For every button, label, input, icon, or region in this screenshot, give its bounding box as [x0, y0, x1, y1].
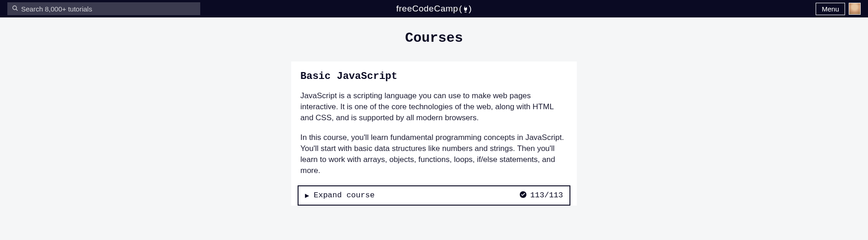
expand-right: 113/113 — [519, 191, 563, 200]
nav-right: Menu — [816, 3, 861, 15]
search-input[interactable] — [21, 5, 196, 13]
search-container[interactable] — [7, 2, 200, 15]
avatar-image — [849, 3, 860, 14]
svg-point-0 — [13, 6, 17, 9]
avatar[interactable] — [849, 3, 861, 15]
course-description-1: JavaScript is a scripting language you c… — [300, 90, 568, 123]
check-circle-icon — [519, 191, 527, 200]
expand-course-button[interactable]: ▶ Expand course 113/113 — [298, 185, 570, 206]
search-icon — [12, 5, 18, 13]
svg-line-1 — [16, 9, 18, 11]
navbar: freeCodeCamp () Menu — [0, 0, 868, 17]
menu-button[interactable]: Menu — [816, 3, 845, 15]
page-title: Courses — [405, 30, 463, 46]
expand-label: Expand course — [314, 191, 375, 200]
course-description-2: In this course, you'll learn fundamental… — [300, 132, 568, 176]
progress-count: 113/113 — [530, 191, 563, 200]
main-content: Courses Basic JavaScript JavaScript is a… — [0, 17, 868, 206]
course-title: Basic JavaScript — [300, 71, 568, 82]
caret-right-icon: ▶ — [305, 192, 309, 199]
course-card: Basic JavaScript JavaScript is a scripti… — [291, 61, 577, 206]
expand-left: ▶ Expand course — [305, 191, 375, 200]
logo-text: freeCodeCamp — [396, 4, 458, 14]
logo[interactable]: freeCodeCamp () — [396, 4, 472, 14]
logo-flame: () — [459, 4, 472, 14]
